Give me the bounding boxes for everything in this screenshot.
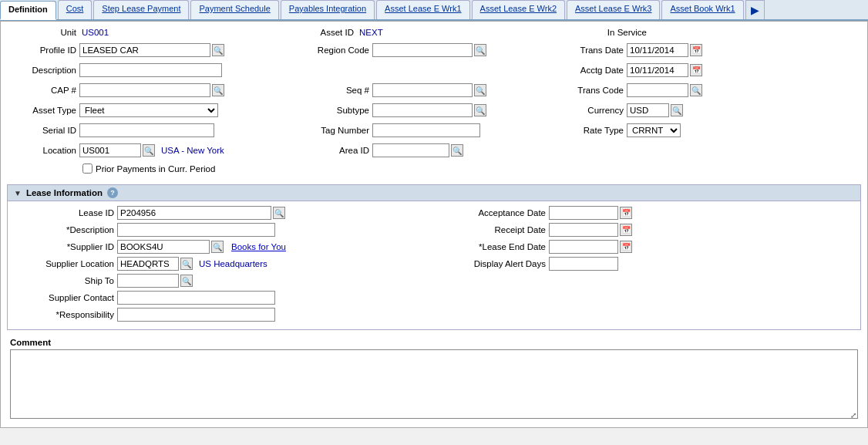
display-alert-days-label: Display Alert Days (449, 259, 549, 268)
tab-definition[interactable]: Definition (0, 1, 56, 20)
cap-search-icon[interactable]: 🔍 (212, 84, 224, 96)
subtype-input[interactable] (372, 103, 473, 117)
ship-to-label: Ship To (17, 276, 117, 285)
rate-type-select[interactable]: CRRNT (627, 123, 681, 137)
area-id-label: Area ID (295, 146, 372, 155)
tag-number-label: Tag Number (295, 126, 372, 135)
display-alert-days-input[interactable] (549, 257, 618, 271)
tab-payables-integration[interactable]: Payables Integration (281, 0, 375, 19)
ship-to-search-icon[interactable]: 🔍 (180, 275, 193, 287)
supplier-location-label: Supplier Location (17, 259, 117, 268)
cap-input[interactable] (79, 83, 210, 97)
lease-id-input[interactable] (117, 206, 271, 220)
comment-textarea-wrapper: ⤢ (10, 349, 858, 421)
asset-type-label: Asset Type (10, 106, 79, 115)
comment-textarea[interactable] (10, 349, 858, 419)
lease-end-date-input[interactable] (549, 240, 618, 254)
profile-id-input[interactable] (79, 43, 210, 57)
currency-search-icon[interactable]: 🔍 (671, 104, 683, 116)
supplier-location-desc: US Headquarters (199, 259, 267, 268)
supplier-id-input[interactable] (117, 240, 210, 254)
currency-input[interactable] (627, 103, 669, 117)
prior-payments-checkbox[interactable] (82, 164, 93, 174)
area-id-field-group: 🔍 (372, 143, 463, 157)
asset-type-select[interactable]: Fleet (79, 103, 218, 117)
seq-search-icon[interactable]: 🔍 (474, 84, 486, 96)
expand-icon[interactable]: ⤢ (850, 411, 856, 420)
lease-end-date-field-group: 📅 (549, 240, 632, 254)
asset-id-label: Asset ID (295, 28, 357, 37)
trans-code-search-icon[interactable]: 🔍 (690, 84, 702, 96)
receipt-date-input[interactable] (549, 223, 618, 237)
receipt-date-cal-icon[interactable]: 📅 (620, 224, 632, 236)
profile-id-label: Profile ID (10, 46, 79, 55)
tab-asset-lease-wrk3[interactable]: Asset Lease E Wrk3 (567, 0, 660, 19)
rate-type-label: Rate Type (557, 126, 627, 135)
tab-asset-book-wrk1[interactable]: Asset Book Wrk1 (661, 0, 743, 19)
serial-id-input[interactable] (79, 123, 214, 137)
location-field-group: 🔍 USA - New York (79, 143, 224, 157)
trans-code-input[interactable] (627, 83, 688, 97)
lease-description-input[interactable] (117, 223, 275, 237)
supplier-location-input[interactable] (117, 257, 179, 271)
supplier-id-search-icon[interactable]: 🔍 (211, 241, 224, 253)
tabs-scroll-arrow[interactable]: ▶ (745, 0, 765, 19)
lease-id-field-group: 🔍 (117, 206, 285, 220)
lease-description-label: *Description (17, 225, 117, 234)
area-id-search-icon[interactable]: 🔍 (451, 144, 463, 157)
subtype-label: Subtype (295, 106, 372, 115)
trans-date-label: Trans Date (557, 46, 627, 55)
lease-id-search-icon[interactable]: 🔍 (273, 207, 285, 219)
tab-asset-lease-wrk2[interactable]: Asset Lease E Wrk2 (472, 0, 565, 19)
profile-id-field-group: 🔍 (79, 43, 224, 57)
location-label: Location (10, 146, 79, 155)
acceptance-date-cal-icon[interactable]: 📅 (620, 207, 632, 219)
acceptance-date-field-group: 📅 (549, 206, 632, 220)
lease-end-date-cal-icon[interactable]: 📅 (620, 241, 632, 253)
tab-cost[interactable]: Cost (58, 0, 93, 19)
supplier-location-search-icon[interactable]: 🔍 (180, 258, 193, 270)
acctg-date-input[interactable] (627, 63, 688, 77)
location-input[interactable] (79, 143, 141, 157)
region-code-search-icon[interactable]: 🔍 (474, 44, 486, 56)
trans-date-input[interactable] (627, 43, 688, 57)
lease-id-label: Lease ID (17, 208, 117, 217)
ship-to-input[interactable] (117, 274, 179, 288)
tab-payment-schedule[interactable]: Payment Schedule (190, 0, 278, 19)
serial-id-label: Serial ID (10, 126, 79, 135)
comment-section: Comment ⤢ (1, 335, 867, 427)
location-search-icon[interactable]: 🔍 (143, 144, 155, 157)
acctg-date-label: Acctg Date (557, 66, 627, 75)
area-id-input[interactable] (372, 143, 449, 157)
region-code-input[interactable] (372, 43, 473, 57)
seq-input[interactable] (372, 83, 473, 97)
lease-right-col: Acceptance Date 📅 Receipt Date 📅 (449, 206, 851, 325)
acceptance-date-input[interactable] (549, 206, 618, 220)
supplier-contact-input[interactable] (117, 291, 275, 305)
trans-code-label: Trans Code (557, 86, 627, 95)
comment-label: Comment (10, 338, 858, 347)
collapse-icon[interactable]: ▼ (14, 189, 22, 197)
acceptance-date-label: Acceptance Date (449, 208, 549, 217)
cap-field-group: 🔍 (79, 83, 224, 97)
acctg-date-cal-icon[interactable]: 📅 (690, 64, 702, 76)
tab-asset-lease-wrk1[interactable]: Asset Lease E Wrk1 (376, 0, 469, 19)
description-input[interactable] (79, 63, 222, 77)
responsibility-input[interactable] (117, 308, 275, 322)
tab-step-lease-payment[interactable]: Step Lease Payment (93, 0, 189, 19)
currency-field-group: 🔍 (627, 103, 683, 117)
in-service-label: In Service (557, 28, 650, 37)
profile-id-search-icon[interactable]: 🔍 (212, 44, 224, 56)
supplier-id-link[interactable]: Books for You (231, 242, 286, 251)
rate-type-field-group: CRRNT (627, 123, 681, 137)
lease-panel-title: Lease Information (26, 188, 103, 197)
seq-label: Seq # (295, 86, 372, 95)
lease-end-date-label: *Lease End Date (449, 242, 549, 251)
help-icon[interactable]: ? (107, 187, 118, 198)
supplier-contact-label: Supplier Contact (17, 293, 117, 302)
subtype-search-icon[interactable]: 🔍 (474, 104, 486, 116)
tag-number-input[interactable] (372, 123, 480, 137)
supplier-location-field-group: 🔍 US Headquarters (117, 257, 267, 271)
trans-date-cal-icon[interactable]: 📅 (690, 44, 702, 56)
receipt-date-field-group: 📅 (549, 223, 632, 237)
